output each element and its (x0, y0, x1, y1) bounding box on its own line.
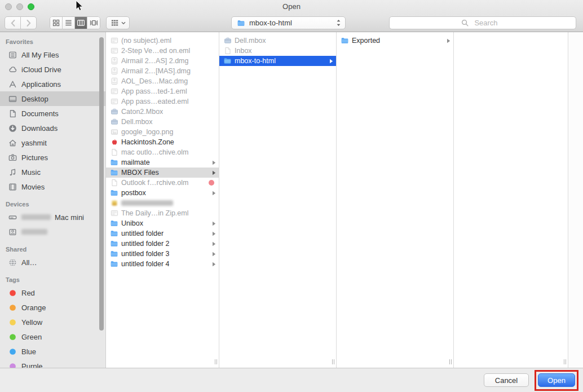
file-name: untitled folder 3 (121, 250, 169, 258)
folder-dropdown-value: mbox-to-html (249, 19, 333, 27)
file-column-2: Dell.mboxInboxmbox-to-html (219, 32, 337, 368)
sidebar-item-yellow[interactable]: Yellow (0, 315, 105, 329)
file-row-mailmate[interactable]: mailmate (106, 157, 219, 168)
chevron-down-icon (121, 21, 126, 25)
sidebar-item-mac-mini[interactable]: Mac mini (0, 210, 105, 224)
file-row-untitled-folder[interactable]: untitled folder (106, 228, 219, 239)
file-row-app-pass-ted-1-eml[interactable]: App pass…ted-1.eml (106, 86, 219, 96)
file-name: The Daily…in Zip.eml (121, 209, 188, 217)
sidebar-item-label: Applications (21, 80, 61, 89)
sidebar-item-yashmit[interactable]: yashmit (0, 135, 105, 150)
file-row-inbox[interactable]: Inbox (219, 46, 336, 56)
disclosure-arrow-icon (212, 262, 216, 267)
column-view-button[interactable] (75, 17, 87, 29)
updown-chevron-icon (336, 19, 341, 27)
file-row-app-pass-eated-eml[interactable]: App pass…eated.eml (106, 96, 219, 107)
file-name: 2-Step Ve…ed on.eml (121, 47, 190, 55)
file-name: untitled folder 2 (121, 240, 169, 248)
sidebar-scrollbar-thumb[interactable] (99, 37, 104, 331)
folder-icon (110, 250, 118, 258)
file-row-mbox-to-html[interactable]: mbox-to-html (219, 56, 336, 66)
folder-icon (223, 57, 232, 65)
column-resize-grip[interactable] (332, 359, 334, 364)
open-button-wrap: Open (538, 373, 575, 387)
file-row-mbox-files[interactable]: MBOX Files (106, 168, 219, 178)
file-row-postbox[interactable]: postbox (106, 188, 219, 198)
tag-dot-icon (7, 318, 17, 327)
file-row-redacted[interactable] (106, 198, 219, 208)
coverflow-view-button[interactable] (87, 17, 100, 29)
toolbar: mbox-to-html (0, 16, 583, 30)
file-row-2-step-ve-ed-on-eml[interactable]: 2-Step Ve…ed on.eml (106, 46, 219, 56)
file-name: App pass…ted-1.eml (121, 87, 187, 95)
mbox-file-icon (110, 118, 118, 126)
file-row-unibox[interactable]: Unibox (106, 218, 219, 228)
tag-dot-icon (7, 288, 17, 298)
file-row-exported[interactable]: Exported (337, 36, 453, 46)
sidebar-item-purple[interactable]: Purple (0, 359, 105, 368)
sidebar-item-orange[interactable]: Orange (0, 300, 105, 315)
file-row-outlook-f-rchive-olm[interactable]: Outlook f…rchive.olm (106, 178, 219, 188)
sidebar-item-documents[interactable]: Documents (0, 106, 105, 121)
folder-icon (110, 219, 118, 228)
sidebar-item-all-my-files[interactable]: All My Files (0, 47, 105, 62)
dmg-file-icon (110, 67, 118, 76)
folder-icon (110, 230, 118, 238)
file-row-aol-des-mac-dmg[interactable]: AOL_Des…Mac.dmg (106, 76, 219, 86)
coverflow-view-icon (90, 19, 98, 27)
file-name: Outlook f…rchive.olm (121, 179, 188, 187)
column-resize-grip[interactable] (449, 359, 452, 364)
file-row-airmail-2-mas-dmg[interactable]: Airmail 2…[MAS].dmg (106, 66, 219, 76)
sidebar-item-all[interactable]: All… (0, 255, 105, 270)
open-button[interactable]: Open (538, 373, 575, 387)
file-name: untitled folder 4 (121, 260, 169, 268)
folder-dropdown[interactable]: mbox-to-html (231, 16, 346, 29)
file-row-airmail-2-as-2-dmg[interactable]: Airmail 2…AS] 2.dmg (106, 56, 219, 66)
folder-icon (110, 169, 118, 177)
file-name: mailmate (121, 158, 150, 166)
file-row-mac-outlo-chive-olm[interactable]: mac outlo…chive.olm (106, 147, 219, 157)
sidebar-item-label: Yellow (21, 318, 42, 327)
music-icon (7, 168, 17, 177)
sidebar-item-downloads[interactable]: Downloads (0, 121, 105, 135)
file-row-untitled-folder-2[interactable]: untitled folder 2 (106, 239, 219, 249)
sidebar-item-pictures[interactable]: Pictures (0, 150, 105, 165)
icon-view-button[interactable] (50, 17, 63, 29)
file-row-untitled-folder-3[interactable]: untitled folder 3 (106, 249, 219, 259)
mouse-cursor-icon (75, 0, 85, 12)
sidebar-item-label: Downloads (21, 124, 58, 133)
sidebar-item-label: Movies (21, 183, 45, 191)
file-row-the-daily-in-zip-eml[interactable]: The Daily…in Zip.eml (106, 208, 219, 218)
sidebar-item-green[interactable]: Green (0, 329, 105, 344)
file-row-no-subject-eml[interactable]: (no subject).eml (106, 36, 219, 46)
sidebar-item-movies[interactable]: Movies (0, 179, 105, 194)
search-input[interactable] (389, 16, 576, 29)
file-row-caton2-mbox[interactable]: Caton2.Mbox (106, 107, 219, 117)
sidebar-item-redacted[interactable] (0, 224, 105, 239)
file-row-untitled-folder-4[interactable]: untitled folder 4 (106, 259, 219, 269)
column-resize-grip[interactable] (564, 359, 566, 364)
back-button[interactable] (5, 16, 21, 29)
file-row-google-logo-png[interactable]: google_logo.png (106, 127, 219, 137)
file-name: Dell.mbox (235, 37, 266, 45)
sidebar-item-music[interactable]: Music (0, 165, 105, 179)
sidebar-item-blue[interactable]: Blue (0, 344, 105, 359)
arrange-menu-button[interactable] (106, 16, 130, 29)
sidebar-item-label: All… (21, 258, 37, 267)
cancel-button[interactable]: Cancel (484, 373, 529, 387)
eml-file-icon (110, 37, 118, 45)
column-resize-grip[interactable] (215, 359, 217, 364)
sidebar-item-icloud-drive[interactable]: iCloud Drive (0, 62, 105, 77)
file-row-dell-mbox[interactable]: Dell.mbox (106, 117, 219, 127)
sidebar-item-applications[interactable]: Applications (0, 77, 105, 91)
applications-icon (7, 80, 17, 89)
file-row-dell-mbox[interactable]: Dell.mbox (219, 36, 336, 46)
file-column-3: Exported (337, 32, 454, 368)
sidebar-item-label: Purple (21, 362, 43, 368)
sidebar-item-red[interactable]: Red (0, 285, 105, 300)
file-row-hackintosh-zone[interactable]: Hackintosh.Zone (106, 137, 219, 147)
eml-file-icon (110, 87, 118, 96)
sidebar-item-desktop[interactable]: Desktop (0, 91, 105, 106)
list-view-button[interactable] (63, 17, 75, 29)
forward-button[interactable] (20, 16, 37, 29)
